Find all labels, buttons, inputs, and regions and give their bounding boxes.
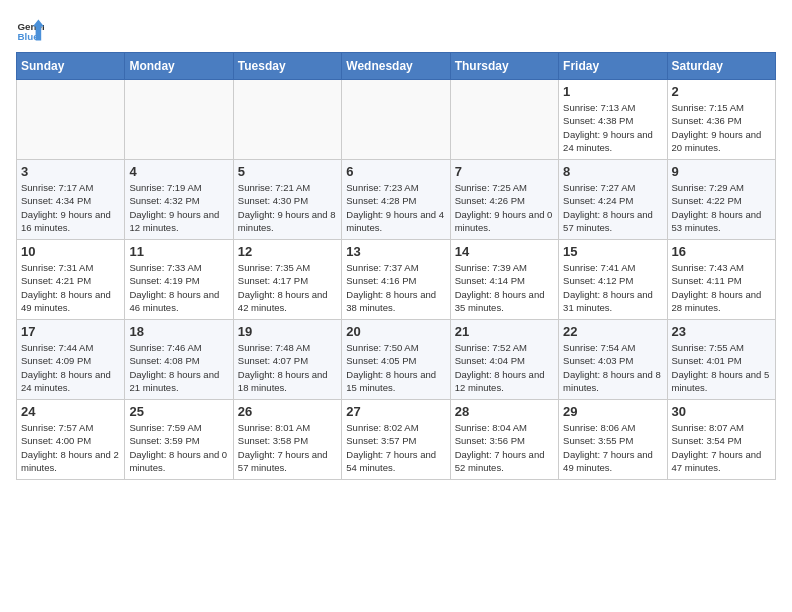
calendar-cell: 15Sunrise: 7:41 AM Sunset: 4:12 PM Dayli… [559,240,667,320]
calendar-cell: 16Sunrise: 7:43 AM Sunset: 4:11 PM Dayli… [667,240,775,320]
day-number: 30 [672,404,771,419]
weekday-header-row: SundayMondayTuesdayWednesdayThursdayFrid… [17,53,776,80]
day-info: Sunrise: 7:13 AM Sunset: 4:38 PM Dayligh… [563,101,662,154]
calendar-cell [233,80,341,160]
day-number: 15 [563,244,662,259]
day-info: Sunrise: 7:43 AM Sunset: 4:11 PM Dayligh… [672,261,771,314]
calendar-cell: 21Sunrise: 7:52 AM Sunset: 4:04 PM Dayli… [450,320,558,400]
calendar-cell: 27Sunrise: 8:02 AM Sunset: 3:57 PM Dayli… [342,400,450,480]
calendar-cell: 14Sunrise: 7:39 AM Sunset: 4:14 PM Dayli… [450,240,558,320]
day-number: 14 [455,244,554,259]
calendar-cell: 12Sunrise: 7:35 AM Sunset: 4:17 PM Dayli… [233,240,341,320]
calendar-cell [342,80,450,160]
calendar-cell: 28Sunrise: 8:04 AM Sunset: 3:56 PM Dayli… [450,400,558,480]
day-number: 26 [238,404,337,419]
day-info: Sunrise: 7:39 AM Sunset: 4:14 PM Dayligh… [455,261,554,314]
calendar-cell: 19Sunrise: 7:48 AM Sunset: 4:07 PM Dayli… [233,320,341,400]
day-info: Sunrise: 7:59 AM Sunset: 3:59 PM Dayligh… [129,421,228,474]
day-info: Sunrise: 7:19 AM Sunset: 4:32 PM Dayligh… [129,181,228,234]
calendar-cell: 9Sunrise: 7:29 AM Sunset: 4:22 PM Daylig… [667,160,775,240]
day-number: 12 [238,244,337,259]
day-number: 2 [672,84,771,99]
day-number: 22 [563,324,662,339]
day-info: Sunrise: 8:01 AM Sunset: 3:58 PM Dayligh… [238,421,337,474]
day-number: 21 [455,324,554,339]
day-info: Sunrise: 7:17 AM Sunset: 4:34 PM Dayligh… [21,181,120,234]
day-number: 19 [238,324,337,339]
day-info: Sunrise: 7:52 AM Sunset: 4:04 PM Dayligh… [455,341,554,394]
day-number: 25 [129,404,228,419]
logo-icon: General Blue [16,16,44,44]
day-number: 9 [672,164,771,179]
calendar-cell: 7Sunrise: 7:25 AM Sunset: 4:26 PM Daylig… [450,160,558,240]
day-number: 10 [21,244,120,259]
calendar-cell: 20Sunrise: 7:50 AM Sunset: 4:05 PM Dayli… [342,320,450,400]
calendar-cell: 10Sunrise: 7:31 AM Sunset: 4:21 PM Dayli… [17,240,125,320]
calendar-week-row: 10Sunrise: 7:31 AM Sunset: 4:21 PM Dayli… [17,240,776,320]
day-info: Sunrise: 8:07 AM Sunset: 3:54 PM Dayligh… [672,421,771,474]
calendar-cell: 1Sunrise: 7:13 AM Sunset: 4:38 PM Daylig… [559,80,667,160]
day-info: Sunrise: 7:44 AM Sunset: 4:09 PM Dayligh… [21,341,120,394]
day-info: Sunrise: 7:48 AM Sunset: 4:07 PM Dayligh… [238,341,337,394]
day-info: Sunrise: 8:02 AM Sunset: 3:57 PM Dayligh… [346,421,445,474]
weekday-header-friday: Friday [559,53,667,80]
calendar-table: SundayMondayTuesdayWednesdayThursdayFrid… [16,52,776,480]
calendar-cell: 5Sunrise: 7:21 AM Sunset: 4:30 PM Daylig… [233,160,341,240]
weekday-header-tuesday: Tuesday [233,53,341,80]
day-number: 23 [672,324,771,339]
day-info: Sunrise: 7:27 AM Sunset: 4:24 PM Dayligh… [563,181,662,234]
weekday-header-saturday: Saturday [667,53,775,80]
day-number: 16 [672,244,771,259]
calendar-week-row: 17Sunrise: 7:44 AM Sunset: 4:09 PM Dayli… [17,320,776,400]
calendar-cell: 25Sunrise: 7:59 AM Sunset: 3:59 PM Dayli… [125,400,233,480]
day-info: Sunrise: 8:04 AM Sunset: 3:56 PM Dayligh… [455,421,554,474]
calendar-cell: 11Sunrise: 7:33 AM Sunset: 4:19 PM Dayli… [125,240,233,320]
day-number: 11 [129,244,228,259]
calendar-cell: 30Sunrise: 8:07 AM Sunset: 3:54 PM Dayli… [667,400,775,480]
calendar-cell [17,80,125,160]
day-info: Sunrise: 7:37 AM Sunset: 4:16 PM Dayligh… [346,261,445,314]
day-info: Sunrise: 7:23 AM Sunset: 4:28 PM Dayligh… [346,181,445,234]
calendar-week-row: 24Sunrise: 7:57 AM Sunset: 4:00 PM Dayli… [17,400,776,480]
day-number: 7 [455,164,554,179]
calendar-cell: 17Sunrise: 7:44 AM Sunset: 4:09 PM Dayli… [17,320,125,400]
day-number: 13 [346,244,445,259]
day-info: Sunrise: 7:33 AM Sunset: 4:19 PM Dayligh… [129,261,228,314]
calendar-week-row: 3Sunrise: 7:17 AM Sunset: 4:34 PM Daylig… [17,160,776,240]
day-info: Sunrise: 7:35 AM Sunset: 4:17 PM Dayligh… [238,261,337,314]
day-info: Sunrise: 7:25 AM Sunset: 4:26 PM Dayligh… [455,181,554,234]
day-info: Sunrise: 8:06 AM Sunset: 3:55 PM Dayligh… [563,421,662,474]
calendar-cell: 13Sunrise: 7:37 AM Sunset: 4:16 PM Dayli… [342,240,450,320]
day-number: 27 [346,404,445,419]
day-info: Sunrise: 7:54 AM Sunset: 4:03 PM Dayligh… [563,341,662,394]
day-info: Sunrise: 7:50 AM Sunset: 4:05 PM Dayligh… [346,341,445,394]
day-number: 1 [563,84,662,99]
weekday-header-sunday: Sunday [17,53,125,80]
day-number: 18 [129,324,228,339]
page-header: General Blue [16,16,776,44]
day-number: 28 [455,404,554,419]
calendar-cell: 6Sunrise: 7:23 AM Sunset: 4:28 PM Daylig… [342,160,450,240]
day-info: Sunrise: 7:55 AM Sunset: 4:01 PM Dayligh… [672,341,771,394]
calendar-cell: 2Sunrise: 7:15 AM Sunset: 4:36 PM Daylig… [667,80,775,160]
day-number: 5 [238,164,337,179]
calendar-cell: 18Sunrise: 7:46 AM Sunset: 4:08 PM Dayli… [125,320,233,400]
calendar-cell: 24Sunrise: 7:57 AM Sunset: 4:00 PM Dayli… [17,400,125,480]
day-info: Sunrise: 7:41 AM Sunset: 4:12 PM Dayligh… [563,261,662,314]
calendar-cell: 29Sunrise: 8:06 AM Sunset: 3:55 PM Dayli… [559,400,667,480]
calendar-week-row: 1Sunrise: 7:13 AM Sunset: 4:38 PM Daylig… [17,80,776,160]
day-number: 6 [346,164,445,179]
day-number: 4 [129,164,228,179]
calendar-cell: 8Sunrise: 7:27 AM Sunset: 4:24 PM Daylig… [559,160,667,240]
weekday-header-monday: Monday [125,53,233,80]
day-number: 3 [21,164,120,179]
day-number: 29 [563,404,662,419]
day-number: 20 [346,324,445,339]
day-info: Sunrise: 7:57 AM Sunset: 4:00 PM Dayligh… [21,421,120,474]
calendar-cell [125,80,233,160]
day-number: 24 [21,404,120,419]
weekday-header-thursday: Thursday [450,53,558,80]
calendar-cell [450,80,558,160]
day-number: 8 [563,164,662,179]
weekday-header-wednesday: Wednesday [342,53,450,80]
